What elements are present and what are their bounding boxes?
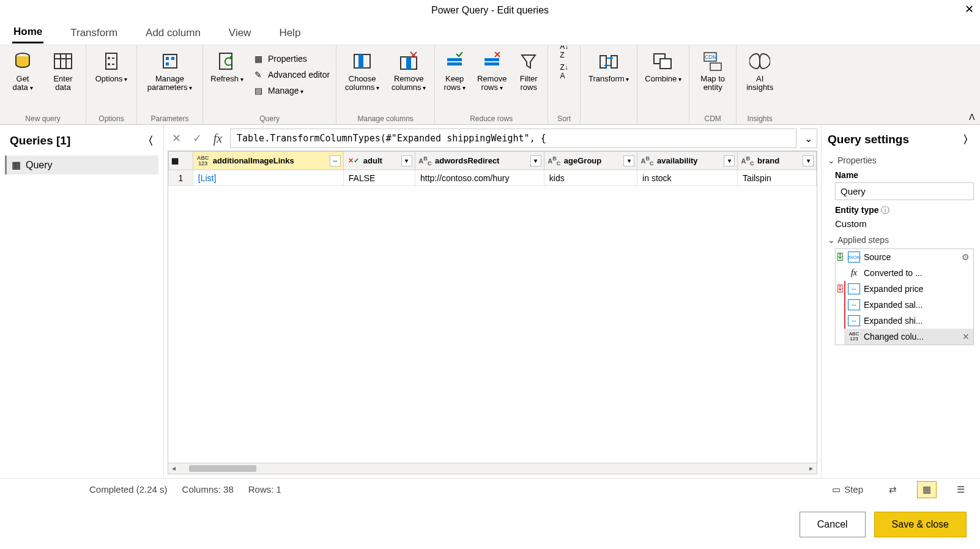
advanced-editor-button[interactable]: ✎Advanced editor xyxy=(250,67,332,82)
tab-help[interactable]: Help xyxy=(278,23,302,43)
combine-button[interactable]: Combine xyxy=(641,48,685,86)
info-icon[interactable]: ⓘ xyxy=(881,205,889,215)
svg-point-6 xyxy=(108,57,110,59)
column-header-brand[interactable]: ABCbrand▾ xyxy=(738,152,817,170)
step-expanded-price[interactable]: 🗄 ↔ Expanded price xyxy=(844,281,973,297)
filter-rows-button[interactable]: Filterrows xyxy=(513,48,544,94)
step-expanded-sal[interactable]: ↔ Expanded sal... xyxy=(844,297,973,313)
manage-parameters-button[interactable]: Manageparameters xyxy=(141,48,199,95)
tab-view[interactable]: View xyxy=(228,23,253,43)
svg-rect-11 xyxy=(166,57,169,60)
filter-dropdown-icon[interactable]: ▾ xyxy=(724,155,735,166)
combine-icon xyxy=(652,50,674,72)
step-icon: ▭ xyxy=(832,484,841,495)
ribbon-group-manage-columns: Choosecolumns Removecolumns Manage colum… xyxy=(336,45,435,124)
properties-button[interactable]: ▦Properties xyxy=(250,51,310,66)
options-button[interactable]: Options xyxy=(90,48,133,86)
fx-icon[interactable]: fx xyxy=(209,130,226,147)
chevron-left-icon[interactable]: 〈 xyxy=(143,133,154,148)
ribbon-group-sort: A↓Z Z↓A Sort xyxy=(548,45,581,124)
sort-button[interactable]: A↓Z Z↓A xyxy=(552,48,576,75)
step-expanded-shi[interactable]: ↔ Expanded shi... xyxy=(844,313,973,329)
cancel-formula-icon[interactable]: ✕ xyxy=(168,130,185,147)
svg-rect-34 xyxy=(710,63,721,70)
queries-panel-title: Queries [1] xyxy=(10,134,70,148)
collapse-ribbon-icon[interactable]: ᐱ xyxy=(969,112,975,122)
json-source-icon: JSON xyxy=(848,252,860,263)
filter-dropdown-icon[interactable]: ▾ xyxy=(530,155,541,166)
expand-icon[interactable]: ↔ xyxy=(330,155,341,166)
remove-columns-button[interactable]: Removecolumns xyxy=(387,48,431,95)
svg-rect-14 xyxy=(220,53,232,69)
refresh-button[interactable]: Refresh xyxy=(207,48,247,86)
schema-view-button[interactable]: ☰ xyxy=(951,481,970,498)
step-source[interactable]: 🗄 JSON Source ⚙ xyxy=(844,249,973,265)
table-view-button[interactable]: ▦ xyxy=(917,481,937,498)
formula-input[interactable]: Table.TransformColumnTypes(#"Expanded sh… xyxy=(230,129,796,148)
type-abc123-icon: ABC123 xyxy=(848,331,860,342)
transform-button[interactable]: Transform xyxy=(584,48,633,86)
properties-section-header[interactable]: ⌄Properties xyxy=(828,155,974,165)
table-icon xyxy=(52,50,74,72)
filter-dropdown-icon[interactable]: ▾ xyxy=(623,155,634,166)
scroll-thumb[interactable] xyxy=(189,465,256,472)
filter-dropdown-icon[interactable]: ▾ xyxy=(401,155,412,166)
enter-data-button[interactable]: Enterdata xyxy=(44,48,82,94)
filter-icon xyxy=(518,50,540,72)
diagram-view-button[interactable]: ⇄ xyxy=(883,481,902,498)
tab-transform[interactable]: Transform xyxy=(69,23,119,43)
save-close-button[interactable]: Save & close xyxy=(874,512,967,537)
brain-icon xyxy=(749,50,771,72)
chevron-right-icon[interactable]: 〉 xyxy=(963,132,974,147)
list-link[interactable]: [List] xyxy=(198,173,217,183)
applied-steps-header[interactable]: ⌄Applied steps xyxy=(828,235,974,245)
choose-columns-button[interactable]: Choosecolumns xyxy=(340,48,384,95)
column-header-ageGroup[interactable]: ABCageGroup▾ xyxy=(544,152,637,170)
expand-step-icon: ↔ xyxy=(848,283,860,294)
status-completed: Completed (2.24 s) xyxy=(89,484,168,495)
tab-home[interactable]: Home xyxy=(12,22,43,43)
commit-formula-icon[interactable]: ✓ xyxy=(188,130,206,147)
keep-rows-button[interactable]: Keeprows xyxy=(439,48,470,95)
transform-icon xyxy=(598,50,620,72)
scroll-left-icon[interactable]: ◂ xyxy=(172,464,176,472)
svg-text:CDM: CDM xyxy=(705,54,718,60)
map-to-entity-button[interactable]: CDM Map toentity xyxy=(693,48,732,94)
close-icon[interactable]: ✕ xyxy=(965,2,974,16)
ribbon-group-insights: AIinsights Insights xyxy=(737,45,783,124)
type-bool-icon: ✕✓ xyxy=(346,157,361,165)
scroll-right-icon[interactable]: ▸ xyxy=(809,464,813,472)
svg-rect-19 xyxy=(406,57,411,69)
step-converted[interactable]: fx Converted to ... xyxy=(844,265,973,281)
svg-rect-17 xyxy=(358,54,363,68)
query-list-item[interactable]: ▦ Query xyxy=(5,155,158,174)
window-title: Power Query - Edit queries xyxy=(431,5,549,16)
choose-columns-icon xyxy=(351,50,373,72)
row-header-corner[interactable]: ▦ xyxy=(169,152,193,170)
manage-button[interactable]: ▤Manage xyxy=(250,83,306,98)
properties-icon: ▦ xyxy=(252,53,264,65)
step-changed-colu[interactable]: ABC123 Changed colu... ✕ xyxy=(844,329,973,345)
column-header-additionalImageLinks[interactable]: ABC123additionalImageLinks↔ xyxy=(193,152,343,170)
step-view-button[interactable]: ▭Step xyxy=(826,481,869,498)
formula-dropdown-icon[interactable]: ⌄ xyxy=(800,129,817,148)
applied-steps-list: 🗄 JSON Source ⚙ fx Converted to ... 🗄 ↔ … xyxy=(835,248,974,345)
gear-icon[interactable]: ⚙ xyxy=(962,252,970,262)
get-data-button[interactable]: Getdata xyxy=(4,48,42,95)
column-header-availability[interactable]: ABCavailability▾ xyxy=(637,152,738,170)
delete-step-icon[interactable]: ✕ xyxy=(962,332,970,342)
query-name-input[interactable] xyxy=(835,182,974,200)
navigation-db-icon: 🗄 xyxy=(836,284,844,294)
svg-rect-12 xyxy=(171,57,174,60)
cancel-button[interactable]: Cancel xyxy=(800,512,866,537)
ai-insights-button[interactable]: AIinsights xyxy=(740,48,779,94)
column-header-adult[interactable]: ✕✓adult▾ xyxy=(343,152,415,170)
remove-rows-button[interactable]: Removerows xyxy=(473,48,511,95)
row-number: 1 xyxy=(169,170,193,186)
column-header-adwordsRedirect[interactable]: ABCadwordsRedirect▾ xyxy=(415,152,544,170)
horizontal-scrollbar[interactable]: ◂ ▸ xyxy=(168,463,817,474)
type-text-icon: ABC xyxy=(640,155,655,166)
filter-dropdown-icon[interactable]: ▾ xyxy=(803,155,814,166)
table-row[interactable]: 1 [List] FALSE http://contoso.com/hury k… xyxy=(169,170,817,186)
tab-add-column[interactable]: Add column xyxy=(144,23,202,43)
